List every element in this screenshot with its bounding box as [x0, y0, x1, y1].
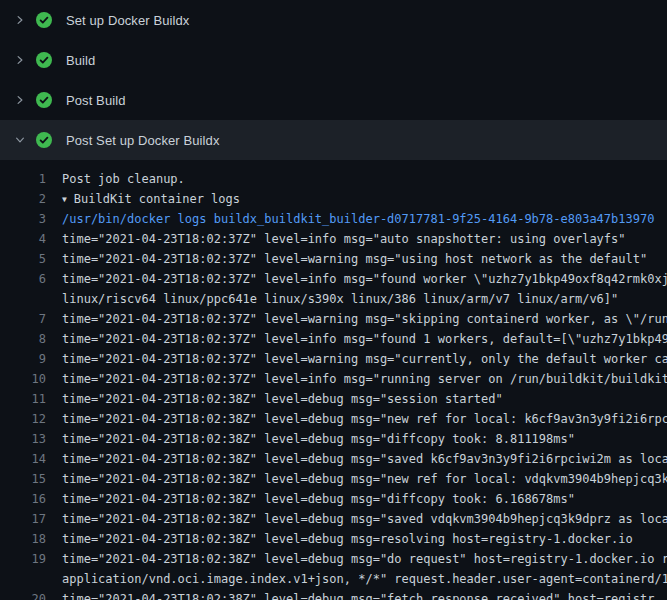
log-text: time="2021-04-23T18:02:38Z" level=debug …: [46, 429, 575, 449]
section-label: Post Set up Docker Buildx: [66, 133, 220, 148]
log-line: 16time="2021-04-23T18:02:38Z" level=debu…: [0, 489, 667, 509]
line-number[interactable]: 13: [0, 429, 46, 449]
actions-log-viewer: Set up Docker BuildxBuildPost BuildPost …: [0, 0, 667, 600]
log-line: 3/usr/bin/docker logs buildx_buildkit_bu…: [0, 209, 667, 229]
triangle-down-icon: ▼: [62, 190, 67, 209]
line-number[interactable]: 8: [0, 329, 46, 349]
line-number[interactable]: 2: [0, 189, 46, 209]
log-line: 2▼BuildKit container logs: [0, 189, 667, 209]
log-line: 4time="2021-04-23T18:02:37Z" level=info …: [0, 229, 667, 249]
log-text: Post job cleanup.: [46, 169, 185, 189]
line-number[interactable]: 14: [0, 449, 46, 469]
log-text: time="2021-04-23T18:02:37Z" level=warnin…: [46, 249, 647, 269]
log-text: application/vnd.oci.image.index.v1+json,…: [46, 569, 667, 589]
log-text: linux/riscv64 linux/ppc641e linux/s390x …: [46, 289, 618, 309]
log-line: 11time="2021-04-23T18:02:38Z" level=debu…: [0, 389, 667, 409]
chevron-right-icon: [12, 92, 28, 108]
log-line: 15time="2021-04-23T18:02:38Z" level=debu…: [0, 469, 667, 489]
line-number[interactable]: 20: [0, 589, 46, 600]
chevron-right-icon: [12, 52, 28, 68]
log-line: 6time="2021-04-23T18:02:37Z" level=info …: [0, 269, 667, 289]
log-text: time="2021-04-23T18:02:38Z" level=debug …: [46, 589, 654, 600]
line-number[interactable]: 10: [0, 369, 46, 389]
section-header[interactable]: Set up Docker Buildx: [0, 0, 667, 40]
log-text: time="2021-04-23T18:02:37Z" level=info m…: [46, 229, 626, 249]
line-number[interactable]: 5: [0, 249, 46, 269]
log-text: time="2021-04-23T18:02:38Z" level=debug …: [46, 469, 667, 489]
line-number[interactable]: 19: [0, 549, 46, 569]
section-header[interactable]: Post Build: [0, 80, 667, 120]
log-text: time="2021-04-23T18:02:37Z" level=warnin…: [46, 349, 667, 369]
line-number[interactable]: [0, 289, 46, 309]
log-line: 1Post job cleanup.: [0, 169, 667, 189]
section-header[interactable]: Post Set up Docker Buildx: [0, 120, 667, 160]
success-check-icon: [36, 92, 52, 108]
success-check-icon: [36, 52, 52, 68]
log-line: 8time="2021-04-23T18:02:37Z" level=info …: [0, 329, 667, 349]
success-check-icon: [36, 12, 52, 28]
log-text: time="2021-04-23T18:02:38Z" level=debug …: [46, 509, 667, 529]
section-label: Set up Docker Buildx: [66, 13, 189, 28]
chevron-right-icon: [12, 12, 28, 28]
log-line: 9time="2021-04-23T18:02:37Z" level=warni…: [0, 349, 667, 369]
log-group-toggle[interactable]: ▼BuildKit container logs: [46, 189, 240, 209]
log-area: 1Post job cleanup.2▼BuildKit container l…: [0, 160, 667, 600]
chevron-down-icon: [12, 132, 28, 148]
log-line-continuation: application/vnd.oci.image.index.v1+json,…: [0, 569, 667, 589]
log-group-label: BuildKit container logs: [74, 192, 240, 206]
log-text: time="2021-04-23T18:02:38Z" level=debug …: [46, 449, 667, 469]
log-line: 5time="2021-04-23T18:02:37Z" level=warni…: [0, 249, 667, 269]
line-number[interactable]: 6: [0, 269, 46, 289]
log-line: 17time="2021-04-23T18:02:38Z" level=debu…: [0, 509, 667, 529]
line-number[interactable]: 3: [0, 209, 46, 229]
log-text: time="2021-04-23T18:02:37Z" level=info m…: [46, 369, 667, 389]
log-text: time="2021-04-23T18:02:37Z" level=info m…: [46, 329, 667, 349]
line-number[interactable]: 9: [0, 349, 46, 369]
log-line: 19time="2021-04-23T18:02:38Z" level=debu…: [0, 549, 667, 569]
line-number[interactable]: 17: [0, 509, 46, 529]
log-line: 13time="2021-04-23T18:02:38Z" level=debu…: [0, 429, 667, 449]
log-text: time="2021-04-23T18:02:37Z" level=warnin…: [46, 309, 667, 329]
log-text: time="2021-04-23T18:02:38Z" level=debug …: [46, 489, 575, 509]
line-number[interactable]: 15: [0, 469, 46, 489]
log-text: time="2021-04-23T18:02:38Z" level=debug …: [46, 549, 667, 569]
section-header[interactable]: Build: [0, 40, 667, 80]
log-line: 10time="2021-04-23T18:02:37Z" level=info…: [0, 369, 667, 389]
log-line: 7time="2021-04-23T18:02:37Z" level=warni…: [0, 309, 667, 329]
section-label: Post Build: [66, 93, 126, 108]
line-number[interactable]: 18: [0, 529, 46, 549]
log-text: time="2021-04-23T18:02:38Z" level=debug …: [46, 389, 503, 409]
success-check-icon: [36, 132, 52, 148]
line-number[interactable]: [0, 569, 46, 589]
line-number[interactable]: 1: [0, 169, 46, 189]
log-line: 12time="2021-04-23T18:02:38Z" level=debu…: [0, 409, 667, 429]
step-sections: Set up Docker BuildxBuildPost BuildPost …: [0, 0, 667, 160]
log-line: 20time="2021-04-23T18:02:38Z" level=debu…: [0, 589, 667, 600]
log-line: 14time="2021-04-23T18:02:38Z" level=debu…: [0, 449, 667, 469]
line-number[interactable]: 16: [0, 489, 46, 509]
line-number[interactable]: 12: [0, 409, 46, 429]
log-line-continuation: linux/riscv64 linux/ppc641e linux/s390x …: [0, 289, 667, 309]
log-text: time="2021-04-23T18:02:37Z" level=info m…: [46, 269, 667, 289]
section-label: Build: [66, 53, 95, 68]
log-text: time="2021-04-23T18:02:38Z" level=debug …: [46, 529, 633, 549]
log-text: time="2021-04-23T18:02:38Z" level=debug …: [46, 409, 667, 429]
line-number[interactable]: 4: [0, 229, 46, 249]
line-number[interactable]: 11: [0, 389, 46, 409]
log-command-text: /usr/bin/docker logs buildx_buildkit_bui…: [46, 209, 654, 229]
line-number[interactable]: 7: [0, 309, 46, 329]
log-line: 18time="2021-04-23T18:02:38Z" level=debu…: [0, 529, 667, 549]
